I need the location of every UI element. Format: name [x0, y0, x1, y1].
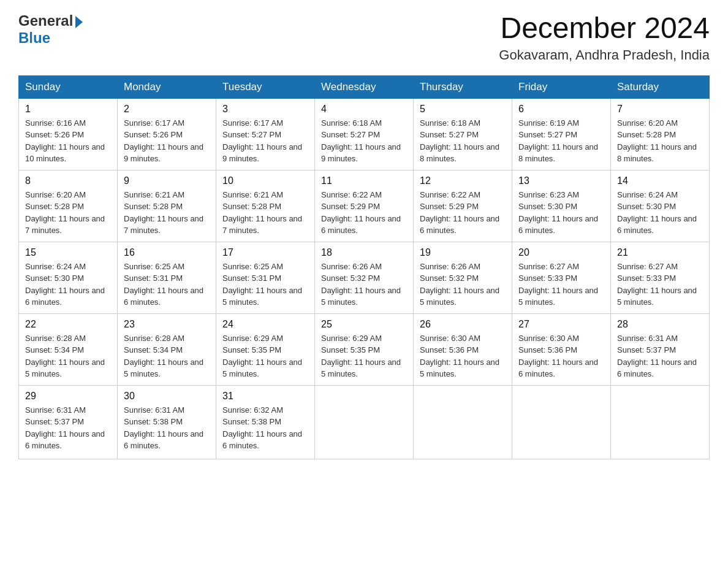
day-number: 29: [25, 391, 111, 402]
calendar-day-cell: 31Sunrise: 6:32 AMSunset: 5:38 PMDayligh…: [216, 385, 315, 459]
calendar-subtitle: Gokavaram, Andhra Pradesh, India: [499, 47, 710, 63]
day-info: Sunrise: 6:18 AMSunset: 5:27 PMDaylight:…: [420, 117, 506, 165]
day-info: Sunrise: 6:27 AMSunset: 5:33 PMDaylight:…: [518, 261, 604, 308]
logo: General Blue: [18, 12, 83, 47]
day-number: 1: [25, 104, 111, 115]
calendar-day-cell: [315, 385, 414, 459]
calendar-table: SundayMondayTuesdayWednesdayThursdayFrid…: [18, 75, 710, 459]
day-info: Sunrise: 6:24 AMSunset: 5:30 PMDaylight:…: [617, 189, 703, 237]
calendar-day-cell: 23Sunrise: 6:28 AMSunset: 5:34 PMDayligh…: [118, 313, 216, 385]
calendar-day-cell: 10Sunrise: 6:21 AMSunset: 5:28 PMDayligh…: [216, 170, 315, 242]
day-info: Sunrise: 6:26 AMSunset: 5:32 PMDaylight:…: [420, 261, 506, 308]
day-info: Sunrise: 6:22 AMSunset: 5:29 PMDaylight:…: [420, 189, 506, 237]
calendar-day-cell: 22Sunrise: 6:28 AMSunset: 5:34 PMDayligh…: [19, 313, 118, 385]
day-number: 11: [321, 175, 407, 186]
day-info: Sunrise: 6:30 AMSunset: 5:36 PMDaylight:…: [420, 332, 506, 380]
weekday-header-wednesday: Wednesday: [315, 75, 414, 98]
calendar-title: December 2024: [499, 12, 710, 45]
day-number: 22: [25, 319, 111, 330]
weekday-header-monday: Monday: [118, 75, 216, 98]
day-number: 14: [617, 175, 703, 186]
day-number: 19: [420, 247, 506, 258]
logo-blue-text: Blue: [18, 29, 50, 46]
calendar-day-cell: 3Sunrise: 6:17 AMSunset: 5:27 PMDaylight…: [216, 98, 315, 170]
calendar-day-cell: 6Sunrise: 6:19 AMSunset: 5:27 PMDaylight…: [512, 98, 611, 170]
calendar-day-cell: 12Sunrise: 6:22 AMSunset: 5:29 PMDayligh…: [414, 170, 512, 242]
day-number: 4: [321, 104, 407, 115]
day-number: 20: [518, 247, 604, 258]
day-info: Sunrise: 6:25 AMSunset: 5:31 PMDaylight:…: [222, 261, 308, 308]
calendar-day-cell: 14Sunrise: 6:24 AMSunset: 5:30 PMDayligh…: [611, 170, 710, 242]
day-info: Sunrise: 6:26 AMSunset: 5:32 PMDaylight:…: [321, 261, 407, 308]
day-info: Sunrise: 6:19 AMSunset: 5:27 PMDaylight:…: [518, 117, 604, 165]
day-info: Sunrise: 6:31 AMSunset: 5:38 PMDaylight:…: [124, 404, 210, 452]
calendar-day-cell: 18Sunrise: 6:26 AMSunset: 5:32 PMDayligh…: [315, 242, 414, 313]
calendar-day-cell: [414, 385, 512, 459]
calendar-day-cell: 2Sunrise: 6:17 AMSunset: 5:26 PMDaylight…: [118, 98, 216, 170]
calendar-day-cell: 5Sunrise: 6:18 AMSunset: 5:27 PMDaylight…: [414, 98, 512, 170]
day-number: 16: [124, 247, 210, 258]
weekday-header-sunday: Sunday: [19, 75, 118, 98]
calendar-day-cell: 27Sunrise: 6:30 AMSunset: 5:36 PMDayligh…: [512, 313, 611, 385]
calendar-day-cell: 17Sunrise: 6:25 AMSunset: 5:31 PMDayligh…: [216, 242, 315, 313]
calendar-day-cell: 16Sunrise: 6:25 AMSunset: 5:31 PMDayligh…: [118, 242, 216, 313]
calendar-week-row: 1Sunrise: 6:16 AMSunset: 5:26 PMDaylight…: [19, 98, 710, 170]
calendar-day-cell: 20Sunrise: 6:27 AMSunset: 5:33 PMDayligh…: [512, 242, 611, 313]
day-number: 30: [124, 391, 210, 402]
day-number: 6: [518, 104, 604, 115]
calendar-day-cell: 4Sunrise: 6:18 AMSunset: 5:27 PMDaylight…: [315, 98, 414, 170]
weekday-header-row: SundayMondayTuesdayWednesdayThursdayFrid…: [19, 75, 710, 98]
logo-general-text: General: [18, 12, 73, 29]
logo-arrow-icon: [75, 16, 83, 28]
day-info: Sunrise: 6:20 AMSunset: 5:28 PMDaylight:…: [25, 189, 111, 237]
day-number: 10: [222, 175, 308, 186]
calendar-day-cell: [611, 385, 710, 459]
day-number: 25: [321, 319, 407, 330]
day-number: 31: [222, 391, 308, 402]
calendar-day-cell: 26Sunrise: 6:30 AMSunset: 5:36 PMDayligh…: [414, 313, 512, 385]
day-number: 9: [124, 175, 210, 186]
day-info: Sunrise: 6:22 AMSunset: 5:29 PMDaylight:…: [321, 189, 407, 237]
calendar-week-row: 29Sunrise: 6:31 AMSunset: 5:37 PMDayligh…: [19, 385, 710, 459]
day-info: Sunrise: 6:28 AMSunset: 5:34 PMDaylight:…: [25, 332, 111, 380]
day-info: Sunrise: 6:31 AMSunset: 5:37 PMDaylight:…: [617, 332, 703, 380]
weekday-header-thursday: Thursday: [414, 75, 512, 98]
calendar-day-cell: [512, 385, 611, 459]
day-info: Sunrise: 6:21 AMSunset: 5:28 PMDaylight:…: [222, 189, 308, 237]
page-header: General Blue December 2024 Gokavaram, An…: [18, 12, 710, 63]
calendar-day-cell: 15Sunrise: 6:24 AMSunset: 5:30 PMDayligh…: [19, 242, 118, 313]
day-number: 17: [222, 247, 308, 258]
day-number: 13: [518, 175, 604, 186]
day-number: 26: [420, 319, 506, 330]
day-number: 2: [124, 104, 210, 115]
calendar-day-cell: 9Sunrise: 6:21 AMSunset: 5:28 PMDaylight…: [118, 170, 216, 242]
day-info: Sunrise: 6:28 AMSunset: 5:34 PMDaylight:…: [124, 332, 210, 380]
day-number: 24: [222, 319, 308, 330]
day-info: Sunrise: 6:24 AMSunset: 5:30 PMDaylight:…: [25, 261, 111, 308]
day-info: Sunrise: 6:16 AMSunset: 5:26 PMDaylight:…: [25, 117, 111, 165]
day-number: 27: [518, 319, 604, 330]
calendar-day-cell: 13Sunrise: 6:23 AMSunset: 5:30 PMDayligh…: [512, 170, 611, 242]
calendar-day-cell: 8Sunrise: 6:20 AMSunset: 5:28 PMDaylight…: [19, 170, 118, 242]
calendar-day-cell: 11Sunrise: 6:22 AMSunset: 5:29 PMDayligh…: [315, 170, 414, 242]
day-info: Sunrise: 6:29 AMSunset: 5:35 PMDaylight:…: [222, 332, 308, 380]
calendar-day-cell: 21Sunrise: 6:27 AMSunset: 5:33 PMDayligh…: [611, 242, 710, 313]
weekday-header-tuesday: Tuesday: [216, 75, 315, 98]
day-info: Sunrise: 6:29 AMSunset: 5:35 PMDaylight:…: [321, 332, 407, 380]
day-info: Sunrise: 6:25 AMSunset: 5:31 PMDaylight:…: [124, 261, 210, 308]
weekday-header-friday: Friday: [512, 75, 611, 98]
day-info: Sunrise: 6:27 AMSunset: 5:33 PMDaylight:…: [617, 261, 703, 308]
day-number: 23: [124, 319, 210, 330]
day-number: 18: [321, 247, 407, 258]
calendar-week-row: 8Sunrise: 6:20 AMSunset: 5:28 PMDaylight…: [19, 170, 710, 242]
day-number: 12: [420, 175, 506, 186]
day-info: Sunrise: 6:31 AMSunset: 5:37 PMDaylight:…: [25, 404, 111, 452]
day-number: 28: [617, 319, 703, 330]
day-number: 8: [25, 175, 111, 186]
weekday-header-saturday: Saturday: [611, 75, 710, 98]
day-info: Sunrise: 6:32 AMSunset: 5:38 PMDaylight:…: [222, 404, 308, 452]
day-number: 15: [25, 247, 111, 258]
day-number: 21: [617, 247, 703, 258]
day-info: Sunrise: 6:18 AMSunset: 5:27 PMDaylight:…: [321, 117, 407, 165]
calendar-day-cell: 30Sunrise: 6:31 AMSunset: 5:38 PMDayligh…: [118, 385, 216, 459]
